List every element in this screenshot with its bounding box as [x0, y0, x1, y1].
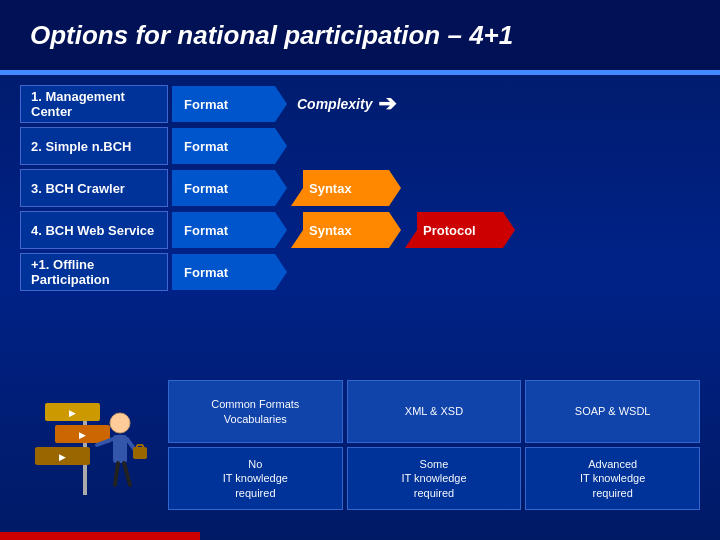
red-bottom-bar [0, 532, 200, 540]
option-label-2: 2. Simple n.BCH [20, 127, 168, 165]
complexity-label: Complexity [297, 96, 372, 112]
svg-text:▶: ▶ [79, 430, 86, 440]
format-btn-1[interactable]: Format [172, 86, 287, 122]
info-grid: Common Formats Vocabularies XML & XSD SO… [168, 380, 700, 510]
illustration-area: ▶ ▶ ▶ [20, 380, 160, 510]
svg-point-7 [110, 413, 130, 433]
options-content: 1. Management Center Format Complexity ➔… [20, 85, 700, 295]
option-label-1: 1. Management Center [20, 85, 168, 123]
format-btn-2[interactable]: Format [172, 128, 287, 164]
info-box-xml-xsd: XML & XSD [347, 380, 522, 443]
option-label-4: 4. BCH Web Service [20, 211, 168, 249]
page-title: Options for national participation – 4+1 [30, 20, 513, 51]
accent-line [0, 70, 720, 75]
syntax-btn-4[interactable]: Syntax [291, 212, 401, 248]
person-illustration: ▶ ▶ ▶ [25, 385, 155, 505]
complexity-area: Complexity ➔ [297, 91, 396, 117]
format-btn-4[interactable]: Format [172, 212, 287, 248]
title-bar: Options for national participation – 4+1 [0, 0, 720, 70]
info-box-some-knowledge: Some IT knowledge required [347, 447, 522, 510]
option-label-5: +1. Offline Participation [20, 253, 168, 291]
svg-line-11 [115, 463, 118, 485]
svg-line-12 [124, 463, 130, 485]
svg-text:▶: ▶ [69, 408, 76, 418]
info-box-advanced-knowledge: Advanced IT knowledge required [525, 447, 700, 510]
option-row-2: 2. Simple n.BCH Format [20, 127, 700, 165]
syntax-btn-3[interactable]: Syntax [291, 170, 401, 206]
format-btn-3[interactable]: Format [172, 170, 287, 206]
bottom-section: ▶ ▶ ▶ Common Formats Vocabularies [20, 380, 700, 510]
option-row-3: 3. BCH Crawler Format Syntax [20, 169, 700, 207]
svg-rect-13 [133, 447, 147, 459]
complexity-arrow-icon: ➔ [378, 91, 396, 117]
option-row-4: 4. BCH Web Service Format Syntax Protoco… [20, 211, 700, 249]
option-row-1: 1. Management Center Format Complexity ➔ [20, 85, 700, 123]
svg-text:▶: ▶ [59, 452, 66, 462]
option-label-3: 3. BCH Crawler [20, 169, 168, 207]
protocol-btn-4[interactable]: Protocol [405, 212, 515, 248]
info-box-soap-wsdl: SOAP & WSDL [525, 380, 700, 443]
svg-rect-8 [113, 435, 127, 463]
format-btn-5[interactable]: Format [172, 254, 287, 290]
info-box-no-knowledge: No IT knowledge required [168, 447, 343, 510]
option-row-5: +1. Offline Participation Format [20, 253, 700, 291]
info-box-common-formats: Common Formats Vocabularies [168, 380, 343, 443]
